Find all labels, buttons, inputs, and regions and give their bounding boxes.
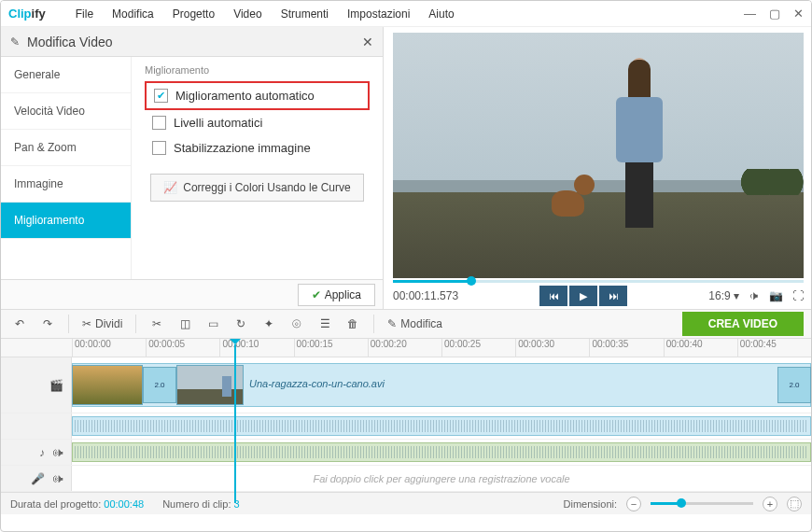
audio-clip[interactable] bbox=[72, 416, 811, 436]
menu-video[interactable]: Video bbox=[226, 4, 269, 24]
zoom-label: Dimensioni: bbox=[564, 498, 617, 510]
zoom-slider[interactable] bbox=[651, 502, 753, 505]
video-track-icon: 🎬 bbox=[49, 379, 63, 392]
scissors-icon: ✂ bbox=[82, 317, 91, 330]
minimize-icon[interactable]: — bbox=[744, 7, 756, 21]
video-track[interactable]: 🎬 2.0 Una-ragazza-con-un-cano.avi 2.0 bbox=[1, 357, 811, 413]
ruler-tick: 00:00:00 bbox=[72, 339, 146, 357]
clip-count: Numero di clip: 3 bbox=[162, 498, 240, 510]
preview-progress[interactable] bbox=[393, 280, 804, 283]
pencil-icon: ✎ bbox=[387, 317, 397, 330]
apply-button[interactable]: ✔ Applica bbox=[298, 284, 375, 306]
zoom-out-button[interactable]: − bbox=[626, 497, 641, 511]
playhead[interactable] bbox=[234, 344, 236, 503]
apply-button-label: Applica bbox=[325, 288, 361, 301]
music-track[interactable]: ♪🕪 bbox=[1, 440, 811, 466]
status-bar: Durata del progetto: 00:00:48 Numero di … bbox=[1, 492, 811, 514]
menu-progetto[interactable]: Progetto bbox=[165, 4, 222, 24]
effects-button[interactable]: ✦ bbox=[258, 313, 280, 335]
ruler-tick: 00:00:25 bbox=[441, 339, 515, 357]
transition-2[interactable]: 2.0 bbox=[777, 367, 811, 403]
menu-file[interactable]: File bbox=[68, 4, 101, 24]
edit-button[interactable]: ✎ Modifica bbox=[384, 317, 446, 330]
panel-tabs: Generale Velocità Video Pan & Zoom Immag… bbox=[1, 57, 132, 279]
detect-button[interactable]: ⦾ bbox=[286, 313, 308, 335]
tab-miglioramento[interactable]: Miglioramento bbox=[1, 203, 131, 239]
menu-impostazioni[interactable]: Impostazioni bbox=[340, 4, 417, 24]
ruler-tick: 00:00:35 bbox=[589, 339, 663, 357]
edit-label: Modifica bbox=[400, 317, 442, 330]
preview-viewport[interactable] bbox=[393, 33, 804, 278]
stabilize-label: Stabilizzazione immagine bbox=[174, 141, 311, 155]
aspect-ratio[interactable]: 16:9 ▾ bbox=[708, 289, 739, 302]
mic-track-icon: 🎤 bbox=[31, 472, 45, 485]
ruler-tick: 00:00:20 bbox=[368, 339, 441, 357]
timeline-tracks: 🎬 2.0 Una-ragazza-con-un-cano.avi 2.0 ♪🕪… bbox=[1, 357, 811, 492]
delete-button[interactable]: 🗑 bbox=[342, 313, 364, 335]
stabilize-row[interactable]: Stabilizzazione immagine bbox=[145, 135, 370, 161]
menu-modifica[interactable]: Modifica bbox=[105, 4, 161, 24]
menu-strumenti[interactable]: Strumenti bbox=[273, 4, 336, 24]
ruler-tick: 00:00:40 bbox=[664, 339, 737, 357]
tab-generale[interactable]: Generale bbox=[1, 57, 131, 93]
create-video-button[interactable]: CREA VIDEO bbox=[682, 312, 804, 336]
group-label: Miglioramento bbox=[145, 64, 370, 76]
snapshot-icon[interactable]: 📷 bbox=[769, 289, 783, 302]
preview-timecode: 00:00:11.573 bbox=[393, 289, 458, 302]
next-button[interactable]: ⏭ bbox=[599, 286, 627, 306]
curves-button-label: Correggi i Colori Usando le Curve bbox=[183, 181, 350, 194]
auto-enhance-label: Miglioramento automatico bbox=[175, 89, 315, 103]
project-duration: Durata del progetto: 00:00:48 bbox=[10, 498, 144, 510]
mic-track[interactable]: 🎤🕪 Fai doppio click per aggiungere una r… bbox=[1, 466, 811, 492]
music-volume-icon[interactable]: 🕪 bbox=[52, 446, 63, 459]
preview-pane: 00:00:11.573 ⏮ ▶ ⏭ 16:9 ▾ 🕩 📷 ⛶ bbox=[384, 27, 811, 309]
timeline-ruler[interactable]: 00:00:00 00:00:05 00:00:10 00:00:15 00:0… bbox=[1, 339, 811, 357]
redo-button[interactable]: ↷ bbox=[36, 313, 59, 335]
menu-aiuto[interactable]: Aiuto bbox=[421, 4, 461, 24]
check-icon: ✔ bbox=[312, 288, 321, 301]
curves-button[interactable]: 📈 Correggi i Colori Usando le Curve bbox=[150, 174, 364, 202]
app-logo: Clipify bbox=[8, 7, 46, 21]
mic-volume-icon[interactable]: 🕪 bbox=[52, 472, 63, 485]
split-label: Dividi bbox=[95, 317, 122, 330]
maximize-icon[interactable]: ▢ bbox=[769, 7, 780, 21]
clip-audio-track[interactable] bbox=[1, 413, 811, 440]
edit-video-panel: ✎ Modifica Video ✕ Generale Velocità Vid… bbox=[1, 27, 384, 309]
play-button[interactable]: ▶ bbox=[569, 286, 597, 306]
ruler-tick: 00:00:30 bbox=[515, 339, 589, 357]
titlebar: Clipify File Modifica Progetto Video Str… bbox=[1, 1, 811, 27]
undo-button[interactable]: ↶ bbox=[8, 313, 31, 335]
auto-enhance-checkbox[interactable] bbox=[154, 89, 168, 103]
ruler-tick: 00:00:45 bbox=[737, 339, 811, 357]
music-track-icon: ♪ bbox=[39, 446, 45, 459]
frame-button[interactable]: ▭ bbox=[202, 313, 224, 335]
zoom-fit-button[interactable]: ⬚ bbox=[787, 497, 802, 511]
fullscreen-icon[interactable]: ⛶ bbox=[792, 289, 804, 302]
prev-button[interactable]: ⏮ bbox=[539, 286, 567, 306]
list-button[interactable]: ☰ bbox=[314, 313, 336, 335]
auto-levels-checkbox[interactable] bbox=[152, 116, 166, 130]
transition-1[interactable]: 2.0 bbox=[143, 367, 176, 403]
edit-icon: ✎ bbox=[10, 35, 20, 49]
main-menu: File Modifica Progetto Video Strumenti I… bbox=[68, 4, 462, 24]
auto-levels-row[interactable]: Livelli automatici bbox=[145, 110, 370, 135]
tab-pan-zoom[interactable]: Pan & Zoom bbox=[1, 130, 131, 166]
ruler-tick: 00:00:05 bbox=[146, 339, 219, 357]
volume-icon[interactable]: 🕩 bbox=[749, 289, 760, 302]
curves-icon: 📈 bbox=[163, 181, 177, 194]
tab-velocita[interactable]: Velocità Video bbox=[1, 93, 131, 130]
timeline-toolbar: ↶ ↷ ✂ Dividi ✂ ◫ ▭ ↻ ✦ ⦾ ☰ 🗑 ✎ Modifica … bbox=[1, 309, 811, 339]
video-clip-1[interactable] bbox=[72, 365, 143, 405]
split-button[interactable]: ✂ Dividi bbox=[78, 317, 126, 330]
close-icon[interactable]: ✕ bbox=[793, 7, 804, 21]
mic-placeholder: Fai doppio click per aggiungere una regi… bbox=[313, 473, 569, 484]
music-clip[interactable] bbox=[72, 442, 811, 462]
rotate-button[interactable]: ↻ bbox=[230, 313, 252, 335]
zoom-in-button[interactable]: + bbox=[763, 497, 777, 511]
auto-enhance-row[interactable]: Miglioramento automatico bbox=[145, 81, 370, 110]
panel-close-icon[interactable]: ✕ bbox=[362, 35, 373, 49]
crop-button[interactable]: ◫ bbox=[174, 313, 196, 335]
cut-button[interactable]: ✂ bbox=[146, 313, 168, 335]
tab-immagine[interactable]: Immagine bbox=[1, 166, 131, 203]
stabilize-checkbox[interactable] bbox=[152, 141, 166, 155]
